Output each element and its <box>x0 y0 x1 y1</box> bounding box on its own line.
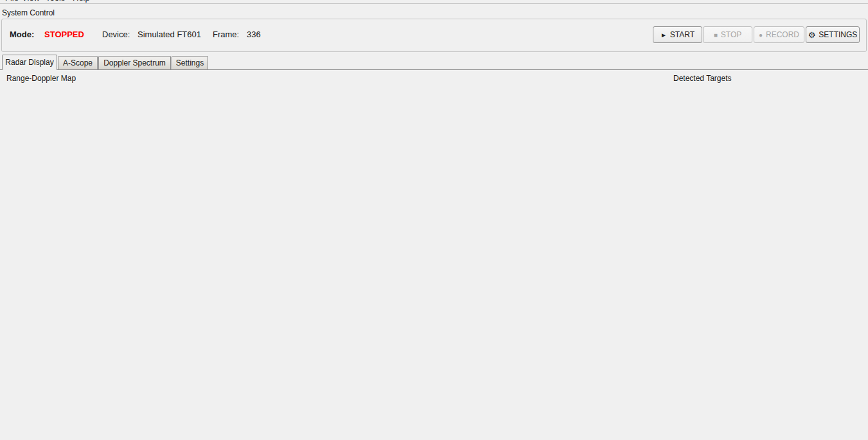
frame-label: Frame: <box>213 30 239 39</box>
button-label: STOP <box>721 30 741 39</box>
detected-targets-label: Detected Targets <box>673 74 732 83</box>
device-label: Device: <box>102 30 130 39</box>
tab-a-scope[interactable]: A-Scope <box>58 56 98 69</box>
tab-settings[interactable]: Settings <box>172 56 208 69</box>
system-control-group: Mode: STOPPED Device: Simulated FT601 Fr… <box>1 19 867 52</box>
play-icon: ► <box>660 28 667 43</box>
stop-button[interactable]: ■STOP <box>703 26 752 43</box>
menu-item-view[interactable]: View <box>22 0 40 3</box>
mode-value: STOPPED <box>44 30 84 39</box>
button-label: SETTINGS <box>819 30 857 39</box>
menu-item-file[interactable]: File <box>5 0 19 3</box>
frame-value: 336 <box>247 30 261 39</box>
range-doppler-map-label: Range-Doppler Map <box>6 74 76 83</box>
button-label: START <box>670 30 695 39</box>
system-control-group-title: System Control <box>2 8 55 17</box>
button-label: RECORD <box>766 30 799 39</box>
menubar: FileViewToolsHelp <box>0 0 868 4</box>
tab-radar-display[interactable]: Radar Display <box>2 55 57 70</box>
tab-content: Range-Doppler Map Detected Targets <box>0 69 868 440</box>
tab-doppler-spectrum[interactable]: Doppler Spectrum <box>98 56 171 69</box>
record-icon: ● <box>759 28 763 43</box>
menu-item-tools[interactable]: Tools <box>46 0 65 3</box>
start-button[interactable]: ►START <box>653 26 702 43</box>
settings-button[interactable]: ⚙SETTINGS <box>806 26 860 43</box>
record-button[interactable]: ●RECORD <box>754 26 804 43</box>
device-value: Simulated FT601 <box>137 30 201 39</box>
mode-label: Mode: <box>10 30 34 39</box>
gear-icon: ⚙ <box>808 28 816 43</box>
menu-item-help[interactable]: Help <box>73 0 90 3</box>
stop-icon: ■ <box>714 28 718 43</box>
